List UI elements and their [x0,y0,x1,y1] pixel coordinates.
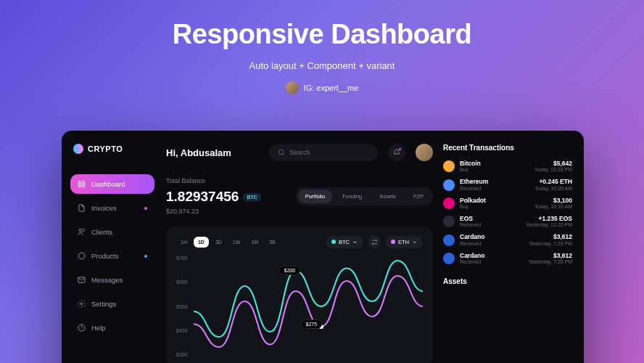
tx-amount-block: $5,642Today, 15:20 PM [534,160,572,172]
sidebar: CRYPTO Dashboard Invoices Clients Produc… [62,131,163,363]
tx-time: Yesterday, 7:20 PM [529,259,572,264]
svg-rect-0 [78,181,80,183]
tx-row[interactable]: CardanoReceived$3,612Yesterday, 7:20 PM [443,234,572,245]
hero: Responsive Dashboard Auto layout + Compo… [0,0,644,97]
sidebar-item-clients[interactable]: Clients [70,222,154,242]
svg-point-6 [80,303,83,305]
chart-svg [194,256,423,357]
search-icon [278,149,285,156]
svg-rect-1 [82,181,84,183]
box-icon [78,252,86,260]
coin-dot-icon [331,240,336,244]
author-handle: IG: expert__me [304,83,359,92]
svg-rect-2 [78,184,80,187]
tx-row[interactable]: PolkadotBuy$3,100Today, 10:10 AM [443,197,572,209]
logo-text: CRYPTO [88,144,123,153]
tx-sub: Received [460,186,529,191]
coin-selects: BTC ETH [326,235,423,248]
coin-select-b[interactable]: ETH [385,236,423,248]
tab-assets[interactable]: Assets [372,189,403,203]
coin-a-label: BTC [339,239,350,245]
tx-time: Today, 15:20 PM [534,167,572,172]
center-column: Hi, Abdusalam Search Total Balance 1.829… [166,144,433,363]
sidebar-item-label: Clients [91,228,112,236]
sidebar-item-dashboard[interactable]: Dashboard [70,174,154,194]
chart-area: $700 $600 $500 $400 $300 $200 $275 [176,256,423,357]
assets-title: Assets [443,277,572,285]
coin-dot-icon [391,240,395,244]
doc-icon [78,204,86,212]
sidebar-item-label: Help [91,324,106,332]
tab-funding[interactable]: Funding [335,189,369,203]
topbar: Hi, Abdusalam Search [166,144,433,161]
sidebar-item-help[interactable]: Help [70,318,154,338]
logo[interactable]: CRYPTO [70,144,154,154]
y-tick: $300 [176,352,188,357]
range-3d[interactable]: 3D [211,237,226,248]
range-1m[interactable]: 1M [247,237,263,248]
sidebar-item-label: Invoices [91,204,117,212]
svg-point-4 [79,229,82,232]
y-axis: $700 $600 $500 $400 $300 [176,256,188,357]
swap-icon [371,239,378,245]
search-input[interactable]: Search [269,144,378,161]
chart-plot[interactable]: $200 $275 [194,256,423,357]
sidebar-item-messages[interactable]: Messages [70,270,154,290]
range-1d[interactable]: 1D [194,237,209,248]
coin-icon [443,179,455,191]
coin-icon [443,216,455,227]
nav: Dashboard Invoices Clients Products Mess… [70,174,154,338]
notification-dot-icon [144,207,147,210]
tx-name: Cardano [460,253,524,259]
coin-icon [443,234,455,246]
balance-row: Total Balance 1.82937456 BTC $20,974.23 … [166,177,433,215]
sidebar-item-settings[interactable]: Settings [70,294,154,314]
search-placeholder: Search [289,149,310,156]
range-1h[interactable]: 1H [176,237,191,248]
tab-p2p[interactable]: P2P [406,189,431,203]
tx-amount: $3,612 [529,253,572,259]
help-icon [78,324,86,332]
tx-info: CardanoReceived [460,234,524,245]
tx-row[interactable]: BitcoinBuy$5,642Today, 15:20 PM [443,160,572,172]
app-window: CRYPTO Dashboard Invoices Clients Produc… [62,131,584,363]
coin-select-a[interactable]: BTC [326,236,363,248]
tx-row[interactable]: EthereumReceived+0.245 ETHToday, 10:20 A… [443,179,572,190]
avatar[interactable] [416,144,433,161]
greeting: Hi, Abdusalam [166,147,259,158]
notifications-button[interactable] [388,144,405,161]
gear-icon [78,300,86,308]
tx-info: EOSReceived [460,216,521,227]
tx-sub: Received [460,259,524,264]
author-avatar [286,81,299,94]
tab-portfolio[interactable]: Portfolio [298,189,333,203]
tx-sub: Received [460,222,521,227]
notification-dot-icon [399,148,401,150]
range-3b[interactable]: 3B [265,237,280,248]
sidebar-item-invoices[interactable]: Invoices [70,198,154,218]
svg-point-9 [278,150,284,155]
svg-rect-3 [82,184,84,187]
tx-amount: $3,612 [529,234,572,240]
grid-icon [78,180,86,188]
tx-list: BitcoinBuy$5,642Today, 15:20 PMEthereumR… [443,160,572,264]
tx-row[interactable]: CardanoReceived$3,612Yesterday, 7:20 PM [443,253,572,264]
coin-icon [443,160,455,172]
hero-author: IG: expert__me [286,81,359,94]
tx-amount: +0.245 ETH [534,179,572,185]
recent-tx-title: Recent Transactions [443,144,572,152]
sidebar-item-label: Settings [91,300,116,308]
tx-name: Cardano [460,234,524,240]
tx-name: Bitcoin [460,160,529,167]
coin-icon [443,197,455,209]
chevron-down-icon [412,240,417,245]
y-tick: $400 [176,328,188,333]
swap-button[interactable] [368,235,381,248]
chart-header: 1H 1D 3D 1W 1M 3B BTC [176,235,423,248]
range-1w[interactable]: 1W [228,237,245,248]
sidebar-item-products[interactable]: Products [70,246,154,266]
logo-mark-icon [73,144,83,154]
tx-row[interactable]: EOSReceived+1.235 EOSYesterday, 11:20 PM [443,216,572,227]
tx-amount: +1.235 EOS [526,216,572,222]
users-icon [78,228,86,236]
